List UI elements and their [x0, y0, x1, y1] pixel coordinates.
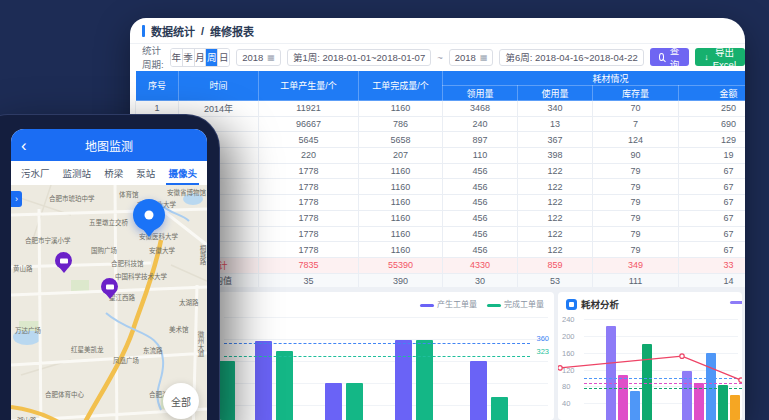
map-expand-button[interactable]: › — [11, 191, 22, 207]
map-label: 桐城路 — [197, 245, 207, 265]
table-row: 12014年119211160346834070250 — [136, 101, 746, 117]
period-option[interactable]: 周 — [206, 49, 218, 66]
column-header: 工单完成量/个 — [359, 71, 443, 101]
table-row: 177811604561227967 — [136, 210, 746, 226]
reference-line — [224, 356, 530, 357]
table-row: 177811604561227967 — [136, 242, 746, 258]
phone-tab[interactable]: 泵站 — [136, 161, 155, 185]
table-cell: 1778 — [259, 179, 359, 195]
table-cell: 67 — [679, 210, 746, 226]
column-header: 工单产生量/个 — [259, 71, 359, 101]
table-cell: 897 — [443, 132, 518, 148]
end-week-select[interactable]: 第6周: 2018-04-16~2018-04-22 — [499, 49, 643, 66]
sub-column-header: 领用量 — [443, 86, 518, 101]
table-cell: 79 — [593, 163, 679, 179]
phone-tab[interactable]: 污水厂 — [21, 161, 50, 185]
show-all-button[interactable]: 全部 — [163, 383, 199, 419]
table-cell: 349 — [593, 257, 679, 273]
map-label: 徽州大道 — [195, 331, 205, 357]
start-week-select[interactable]: 第1周: 2018-01-01~2018-01-07 — [287, 49, 431, 66]
table-cell: 122 — [518, 179, 593, 195]
map-label: 凤凰广场 — [113, 355, 139, 365]
legend-item: 产生工单量 — [420, 298, 477, 309]
start-week-value: 第1周: 2018-01-01~2018-01-07 — [293, 50, 425, 64]
table-cell: 67 — [679, 226, 746, 242]
bar — [470, 361, 487, 420]
table-cell: 1778 — [259, 210, 359, 226]
chart-title-icon — [566, 299, 577, 310]
breadcrumb-page: 维修报表 — [210, 23, 254, 39]
table-cell: 398 — [518, 148, 593, 164]
table-cell: 340 — [518, 101, 593, 117]
legend-marker — [487, 304, 501, 307]
table-cell: 250 — [679, 101, 746, 117]
phone-tab[interactable]: 摄像头 — [168, 161, 197, 185]
phone-tab[interactable]: 监测站 — [63, 161, 92, 185]
query-button[interactable]: 查询 — [650, 48, 690, 66]
table-row: 96667786240137690 — [136, 116, 746, 132]
column-header: 时间 — [179, 71, 259, 101]
table-cell: 33 — [679, 257, 746, 273]
legend-item: 完成工单量 — [487, 298, 544, 309]
gridline — [224, 383, 548, 384]
reference-line — [224, 343, 530, 344]
period-option[interactable]: 日 — [218, 49, 229, 66]
table-cell: 456 — [443, 226, 518, 242]
selected-camera-marker[interactable] — [133, 199, 165, 231]
table-row: 177811604561227967 — [136, 163, 746, 179]
table-cell: 456 — [443, 179, 518, 195]
calendar-icon: ▦ — [267, 53, 275, 62]
period-option[interactable]: 月 — [195, 49, 207, 66]
group-column-header: 耗材情况 — [443, 71, 746, 86]
map-label: 合肥科技馆 — [111, 258, 144, 268]
phone-tab[interactable]: 桥梁 — [104, 161, 123, 185]
table-cell: 207 — [359, 148, 443, 164]
phone-screen: ‹ 地图监测 污水厂监测站桥梁泵站摄像头 › 全部 — [11, 129, 207, 420]
camera-marker[interactable] — [55, 252, 72, 269]
chart-title: 耗材分析 — [581, 297, 619, 311]
table-cell: 220 — [259, 148, 359, 164]
table-cell: 1160 — [359, 179, 443, 195]
desktop-background: 数据统计 / 维修报表 统计周期: 年季月周日 2018 ▦ 第1周: 2018… — [0, 0, 769, 420]
table-cell: 690 — [679, 116, 746, 132]
export-excel-button[interactable]: ↓ 导出Excel — [695, 48, 745, 66]
table-cell: 1160 — [359, 101, 443, 117]
table-cell: 19 — [679, 148, 746, 164]
period-option[interactable]: 季 — [183, 49, 195, 66]
table-cell: 122 — [518, 226, 593, 242]
search-icon — [659, 53, 665, 61]
period-option[interactable]: 年 — [171, 49, 183, 66]
table-cell: 5658 — [359, 132, 443, 148]
table-cell: 79 — [593, 242, 679, 258]
camera-marker[interactable] — [101, 278, 118, 295]
gridline — [224, 317, 548, 318]
table-cell: 122 — [518, 242, 593, 258]
bar — [395, 340, 412, 420]
back-button[interactable]: ‹ — [21, 137, 27, 154]
table-cell: 1160 — [359, 242, 443, 258]
map-view[interactable]: › 全部 合肥市琥珀中学体育馆安徽农业大学安徽省博物馆五里墩立交桥合肥市宁溪小学… — [11, 185, 207, 420]
bar — [416, 340, 433, 420]
table-cell: 90 — [593, 148, 679, 164]
sub-column-header: 库存量 — [593, 86, 679, 101]
map-label: 安徽大学 — [149, 245, 175, 255]
charts-section: 产生工单量完成工单量 360323 耗材分析 2402001601208040 — [130, 287, 745, 420]
table-cell: 70 — [593, 101, 679, 117]
bar — [276, 351, 293, 420]
total-row: 合计783555390433085934933 — [136, 257, 746, 273]
table-cell: 67 — [679, 163, 746, 179]
start-year-select[interactable]: 2018 ▦ — [236, 49, 281, 66]
end-year-select[interactable]: 2018 ▦ — [449, 49, 494, 66]
table-cell: 1160 — [359, 210, 443, 226]
table-cell: 456 — [443, 195, 518, 211]
map-label: 合肥市琥珀中学 — [49, 193, 95, 203]
table-cell: 1160 — [359, 226, 443, 242]
period-segmented-control: 年季月周日 — [170, 48, 230, 67]
breadcrumb-section[interactable]: 数据统计 — [151, 23, 195, 39]
table-cell: 122 — [518, 210, 593, 226]
map-label: 体育馆 — [119, 189, 139, 199]
map-label: 东流路 — [143, 345, 163, 355]
reference-line-label: 323 — [536, 348, 549, 356]
table-cell: 7835 — [259, 257, 359, 273]
table-cell: 96667 — [259, 116, 359, 132]
